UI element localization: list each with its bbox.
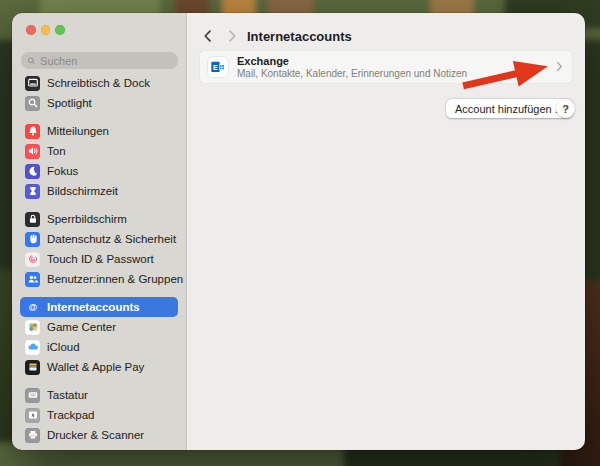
- help-button[interactable]: ?: [556, 99, 575, 118]
- bell-icon: [25, 124, 40, 139]
- sidebar-item-label: Schreibtisch & Dock: [47, 77, 150, 89]
- moon-icon: [25, 164, 40, 179]
- exchange-logo-icon: E: [208, 57, 228, 77]
- sidebar-item-label: Spotlight: [47, 97, 92, 109]
- sidebar-item-tastatur[interactable]: Tastatur: [20, 385, 178, 405]
- fingerprint-icon: [25, 252, 40, 267]
- sidebar-item-mitteilungen[interactable]: Mitteilungen: [20, 121, 178, 141]
- account-text: Exchange Mail, Kontakte, Kalender, Erinn…: [237, 55, 467, 79]
- sidebar-item-label: Datenschutz & Sicherheit: [47, 233, 176, 245]
- speaker-icon: [25, 144, 40, 159]
- game-center-icon: [25, 320, 40, 335]
- minimize-window-icon[interactable]: [41, 25, 51, 35]
- chevron-left-icon: [201, 29, 215, 43]
- sidebar-item-label: Internetaccounts: [47, 301, 140, 313]
- add-account-button[interactable]: Account hinzufügen ...: [446, 99, 573, 118]
- screenshot-stage: Schreibtisch & Dock Spotlight Mitteilung…: [0, 0, 600, 466]
- forward-button[interactable]: [225, 29, 239, 43]
- keyboard-icon: [25, 388, 40, 403]
- sidebar-item-label: Drucker & Scanner: [47, 429, 144, 441]
- page-title: Internetaccounts: [247, 29, 352, 44]
- sidebar-item-label: Bildschirmzeit: [47, 185, 118, 197]
- search-input[interactable]: [40, 55, 172, 67]
- sidebar-item-spotlight[interactable]: Spotlight: [20, 93, 178, 113]
- spotlight-icon: [25, 96, 40, 111]
- printer-icon: [25, 428, 40, 443]
- sidebar-item-label: Trackpad: [47, 409, 95, 421]
- internetaccounts-panel: Internetaccounts E Exchange M: [187, 13, 585, 450]
- close-window-icon[interactable]: [26, 25, 36, 35]
- sidebar-item-label: Wallet & Apple Pay: [47, 361, 144, 373]
- sidebar-item-label: Touch ID & Passwort: [47, 253, 154, 265]
- cloud-icon: [25, 340, 40, 355]
- sidebar-item-sperrbildschirm[interactable]: Sperrbildschirm: [20, 209, 178, 229]
- svg-text:E: E: [213, 63, 218, 72]
- sidebar-item-label: Benutzer:innen & Gruppen: [47, 273, 183, 285]
- sidebar-item-label: Mitteilungen: [47, 125, 109, 137]
- search-icon: [27, 56, 36, 66]
- lock-icon: [25, 212, 40, 227]
- sidebar-item-game-center[interactable]: Game Center: [20, 317, 178, 337]
- sidebar-item-touch-id[interactable]: Touch ID & Passwort: [20, 249, 178, 269]
- sidebar-item-label: Game Center: [47, 321, 116, 333]
- chevron-right-icon: [225, 29, 239, 43]
- chevron-right-icon: [556, 58, 563, 76]
- users-icon: [25, 272, 40, 287]
- sidebar-search-field[interactable]: [21, 52, 178, 69]
- exchange-account-row[interactable]: E Exchange Mail, Kontakte, Kalender, Eri…: [199, 50, 573, 84]
- hand-icon: [25, 232, 40, 247]
- system-settings-window: Schreibtisch & Dock Spotlight Mitteilung…: [12, 13, 585, 450]
- sidebar-item-bildschirmzeit[interactable]: Bildschirmzeit: [20, 181, 178, 201]
- at-icon: @: [25, 300, 40, 315]
- desktop-dock-icon: [25, 76, 40, 91]
- sidebar-item-label: Sperrbildschirm: [47, 213, 127, 225]
- sidebar-item-label: Ton: [47, 145, 66, 157]
- sidebar-item-label: iCloud: [47, 341, 80, 353]
- back-button[interactable]: [201, 29, 215, 43]
- sidebar-item-label: Fokus: [47, 165, 78, 177]
- trackpad-icon: [25, 408, 40, 423]
- window-controls: [26, 25, 65, 35]
- sidebar-items: Schreibtisch & Dock Spotlight Mitteilung…: [20, 73, 178, 445]
- sidebar-item-drucker[interactable]: Drucker & Scanner: [20, 425, 178, 445]
- account-name: Exchange: [237, 55, 467, 67]
- sidebar-item-fokus[interactable]: Fokus: [20, 161, 178, 181]
- sidebar-item-schreibtisch-dock[interactable]: Schreibtisch & Dock: [20, 73, 178, 93]
- sidebar-item-ton[interactable]: Ton: [20, 141, 178, 161]
- sidebar: Schreibtisch & Dock Spotlight Mitteilung…: [12, 13, 187, 450]
- sidebar-item-internetaccounts[interactable]: @ Internetaccounts: [20, 297, 178, 317]
- sidebar-item-trackpad[interactable]: Trackpad: [20, 405, 178, 425]
- sidebar-item-datenschutz[interactable]: Datenschutz & Sicherheit: [20, 229, 178, 249]
- hourglass-icon: [25, 184, 40, 199]
- account-description: Mail, Kontakte, Kalender, Erinnerungen u…: [237, 68, 467, 79]
- zoom-window-icon[interactable]: [55, 25, 65, 35]
- sidebar-item-wallet[interactable]: Wallet & Apple Pay: [20, 357, 178, 377]
- svg-text:@: @: [28, 302, 36, 312]
- wallet-icon: [25, 360, 40, 375]
- sidebar-item-label: Tastatur: [47, 389, 88, 401]
- sidebar-item-benutzer[interactable]: Benutzer:innen & Gruppen: [20, 269, 178, 289]
- sidebar-item-icloud[interactable]: iCloud: [20, 337, 178, 357]
